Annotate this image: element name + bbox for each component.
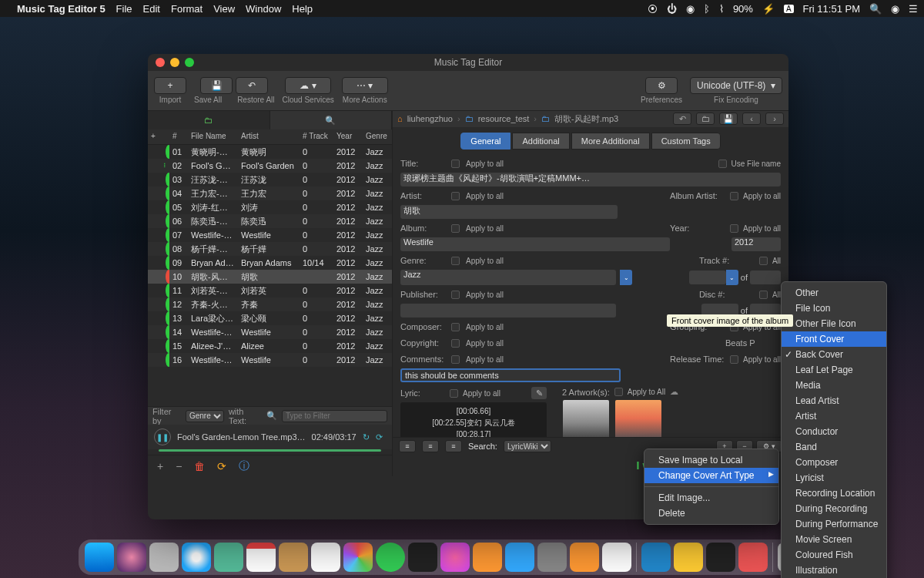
app-name[interactable]: Music Tag Editor 5 (17, 3, 105, 15)
comments-field[interactable]: this should be comments (400, 368, 621, 382)
badge-icon[interactable]: ◉ (686, 3, 695, 15)
dock-sublime[interactable] (570, 543, 599, 572)
cover-type-item[interactable]: Leaf Let Page (782, 362, 886, 378)
table-row[interactable]: ⠇⠇02Fool's Garden…Fool's Garden02012Jazz (148, 159, 392, 173)
artist-apply-checkbox[interactable] (451, 192, 460, 200)
cover-type-item[interactable]: Coloured Fish (782, 547, 886, 563)
dock-safari[interactable] (182, 543, 211, 572)
folder-tab-icon[interactable]: 🗀 (148, 111, 270, 129)
cover-type-item[interactable]: During Recording (782, 501, 886, 516)
table-row[interactable]: 12齐秦-火柴天堂…齐秦02012Jazz (148, 297, 392, 311)
album-field[interactable]: Westlife (400, 237, 670, 251)
add-column-button[interactable]: + (148, 129, 160, 144)
cover-type-item[interactable]: Back Cover (782, 347, 886, 362)
title-apply-checkbox[interactable] (451, 160, 460, 168)
discno-all-checkbox[interactable] (759, 291, 768, 299)
lyric-apply-checkbox[interactable] (450, 389, 458, 398)
add-button[interactable]: + (157, 460, 163, 472)
clock[interactable]: Fri 11:51 PM (803, 3, 860, 15)
dock-reminders[interactable] (311, 543, 340, 572)
trackof-field[interactable] (750, 271, 781, 284)
fullscreen-button[interactable] (185, 58, 194, 67)
close-button[interactable] (156, 58, 165, 67)
table-row[interactable]: 13Lara梁心颐-不…梁心颐02012Jazz (148, 311, 392, 325)
ctx-delete-image[interactable]: Delete (644, 506, 778, 521)
ctx-change-cover-type[interactable]: Change Cover Art Type (644, 468, 778, 483)
search-tab-icon[interactable]: 🔍 (270, 111, 393, 129)
table-row[interactable]: 01黄晓明-光阴的…黄晓明02012Jazz (148, 145, 392, 159)
minimize-button[interactable] (170, 58, 179, 67)
album-apply-checkbox[interactable] (451, 224, 460, 233)
filter-text-input[interactable] (282, 410, 387, 422)
table-row[interactable]: 06陈奕迅-最冷一…陈奕迅02012Jazz (148, 214, 392, 228)
table-row[interactable]: 16Westlife-You…Westlife02012Jazz (148, 353, 392, 367)
artwork-apply-checkbox[interactable] (614, 388, 623, 396)
dock-app1[interactable] (706, 543, 735, 572)
tab-custom-tags[interactable]: Custom Tags (651, 133, 721, 150)
artwork-thumbnail[interactable] (563, 400, 609, 437)
spotlight-icon[interactable]: 🔍 (869, 3, 882, 15)
dock-preview[interactable] (214, 543, 243, 572)
tab-additional[interactable]: Additional (512, 133, 569, 150)
title-field[interactable]: 琅琊榜主题曲《风起时》-胡歌演唱+定稿MMM+… (400, 173, 781, 187)
home-icon[interactable]: ⌂ (397, 114, 403, 123)
activity-button[interactable]: ⟳ (217, 460, 226, 472)
menu-format[interactable]: Format (171, 3, 203, 15)
dock-finder[interactable] (85, 543, 114, 572)
encoding-select[interactable]: Unicode (UTF-8) ▾ (690, 77, 782, 94)
genre-select[interactable]: Jazz (400, 270, 616, 285)
preferences-button[interactable]: ⚙ (645, 77, 678, 94)
cover-type-item[interactable]: Illustration (782, 563, 886, 578)
table-row[interactable]: 05刘涛-红颜旧.m…刘涛02012Jazz (148, 200, 392, 214)
menu-edit[interactable]: Edit (143, 3, 160, 15)
align-left-button[interactable]: ≡ (399, 440, 416, 452)
window-titlebar[interactable]: Music Tag Editor (148, 54, 788, 71)
dock-app2[interactable] (738, 543, 768, 572)
release-apply-checkbox[interactable] (730, 355, 738, 364)
repeat-button[interactable]: ↻ (363, 432, 370, 442)
artist-field[interactable]: 胡歌 (400, 205, 618, 219)
table-row[interactable]: 09Bryan Adams-…Bryan Adams10/142012Jazz (148, 256, 392, 270)
use-filename-checkbox[interactable] (718, 160, 727, 168)
info-button[interactable]: ⓘ (239, 459, 249, 473)
publisher-apply-checkbox[interactable] (451, 291, 460, 299)
album-artist-apply-checkbox[interactable] (730, 192, 738, 200)
table-row[interactable]: 11刘若英-成全.m…刘若英02012Jazz (148, 284, 392, 297)
dock-itunes[interactable] (440, 543, 470, 572)
lyric-source-select[interactable]: LyricWiki (504, 440, 551, 452)
tab-general[interactable]: General (460, 133, 511, 150)
ctx-save-image[interactable]: Save Image to Local (644, 452, 778, 468)
battery-percent[interactable]: 90% (733, 3, 753, 15)
cover-type-item[interactable]: Other File Icon (782, 316, 886, 331)
artwork-item[interactable]: Back (614, 400, 662, 437)
cover-type-item[interactable]: Recording Location (782, 486, 886, 501)
lyric-display[interactable]: [00:06.66][00:22.55]变幻 风云几卷[00:28.17][00… (400, 402, 547, 437)
save-all-button[interactable]: 💾 (200, 77, 233, 94)
year-field[interactable]: 2012 (732, 237, 781, 251)
menu-file[interactable]: File (116, 3, 132, 15)
dock-photos[interactable] (343, 543, 373, 572)
edit-lyric-button[interactable]: ✎ (531, 387, 547, 399)
dock-siri[interactable] (117, 543, 146, 572)
trackno-field[interactable] (689, 271, 726, 284)
play-pause-button[interactable]: ❚❚ (154, 428, 171, 445)
chevron-down-icon[interactable]: ⌄ (620, 270, 632, 285)
power-icon[interactable]: ⏻ (667, 3, 677, 15)
nav-back-button[interactable]: ‹ (742, 113, 761, 125)
undo-button[interactable]: ↶ (673, 113, 691, 125)
battery-icon[interactable]: ⚡ (762, 3, 775, 15)
cover-type-item[interactable]: Other (782, 285, 886, 301)
progress-slider[interactable] (159, 449, 381, 452)
table-row[interactable]: 03汪苏泷-青春白…汪苏泷02012Jazz (148, 173, 392, 187)
menu-window[interactable]: Window (246, 3, 281, 15)
align-right-button[interactable]: ≡ (445, 440, 462, 452)
cover-type-item[interactable]: Lyricist (782, 470, 886, 486)
cover-type-item[interactable]: Media (782, 378, 886, 393)
dnd-icon[interactable]: ⦿ (648, 3, 658, 15)
tab-more-additional[interactable]: More Additional (571, 133, 650, 150)
cover-type-item[interactable]: Band (782, 439, 886, 455)
dock-ibooks[interactable] (473, 543, 502, 572)
cover-type-item[interactable]: During Performance (782, 516, 886, 532)
loop-button[interactable]: ⟳ (376, 432, 383, 442)
cover-type-item[interactable]: Artist (782, 408, 886, 424)
